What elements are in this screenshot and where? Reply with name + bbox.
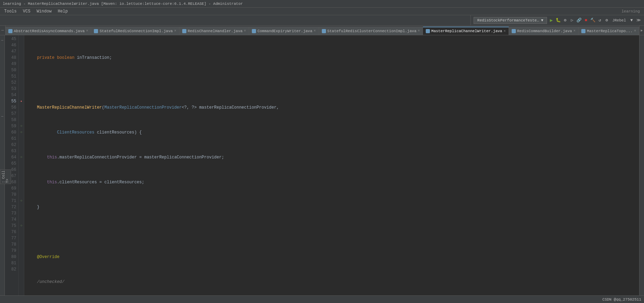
code-line-48: ClientResources clientResources) { bbox=[27, 129, 639, 136]
title-bar: learning - MasterReplicaChannelWriter.ja… bbox=[0, 0, 644, 8]
tab-master-topo[interactable]: MasterReplicaTopo... × bbox=[579, 27, 639, 35]
scroll-tabs-right[interactable]: ▶ bbox=[639, 26, 644, 35]
tab-master-replica[interactable]: MasterReplicaChannelWriter.java × bbox=[423, 27, 509, 35]
strip-btn-2[interactable]: — bbox=[0, 114, 5, 118]
tab-stateful-impl-icon bbox=[94, 29, 98, 33]
tab-stateful-impl[interactable]: StatefulRedisConnectionImpl.java × bbox=[91, 27, 179, 35]
status-bar: CSDN @qq_27502511 bbox=[0, 295, 644, 303]
left-tool-strip: — — bbox=[0, 35, 5, 303]
run-config-label: RedisStockPerformanceTester.test.uaSet bbox=[477, 18, 540, 22]
tab-master-topo-icon bbox=[581, 29, 585, 33]
code-line-47: MasterReplicaChannelWriter(MasterReplica… bbox=[27, 104, 639, 111]
code-line-45: private boolean inTransaction; bbox=[27, 55, 639, 61]
tab-abstract-icon bbox=[8, 29, 12, 33]
tab-master-replica-close[interactable]: × bbox=[504, 29, 506, 33]
right-side-strip bbox=[639, 35, 644, 303]
tab-channel-handler-close[interactable]: × bbox=[244, 29, 246, 33]
tab-command-builder-icon bbox=[512, 29, 516, 33]
tab-channel-handler-label: RedisChannelHandler.java bbox=[188, 29, 242, 33]
code-line-51: } bbox=[27, 204, 639, 210]
tab-command-builder-label: RedisCommandBuilder.java bbox=[517, 29, 572, 33]
tab-command-builder[interactable]: RedisCommandBuilder.java × bbox=[509, 27, 579, 35]
tab-stateful-cluster-icon bbox=[322, 29, 326, 33]
build-button[interactable]: 🔨 bbox=[590, 18, 596, 23]
tab-abstract-label: AbstractRedisAsyncCommands.java bbox=[14, 29, 85, 33]
tab-abstract-close[interactable]: × bbox=[86, 29, 88, 33]
tab-bar: — AbstractRedisAsyncCommands.java × Stat… bbox=[0, 26, 644, 35]
tab-command-expiry[interactable]: CommandExpiryWriter.java × bbox=[249, 27, 319, 35]
tab-master-replica-icon bbox=[426, 29, 430, 33]
tab-master-topo-label: MasterReplicaTopo... bbox=[587, 29, 633, 33]
sync-button[interactable]: ↺ bbox=[597, 18, 602, 23]
menu-help[interactable]: Help bbox=[55, 8, 71, 15]
menu-bar: Tools VCS Window Help learning bbox=[0, 8, 644, 15]
tab-stateful-cluster-close[interactable]: × bbox=[418, 29, 420, 33]
code-line-50: this.clientResources = clientResources; bbox=[27, 179, 639, 185]
strip-btn-1[interactable]: — bbox=[0, 38, 5, 42]
stop-button[interactable]: ■ bbox=[583, 18, 589, 23]
tab-command-expiry-label: CommandExpiryWriter.java bbox=[257, 29, 312, 33]
code-line-54: /unchecked/ bbox=[27, 279, 639, 285]
run-config-dropdown[interactable]: RedisStockPerformanceTester.test.uaSet ▼ bbox=[474, 17, 547, 24]
run-button[interactable]: ▶ bbox=[548, 18, 554, 23]
tab-master-topo-close[interactable]: × bbox=[634, 29, 636, 33]
tab-channel-handler-icon bbox=[182, 29, 186, 33]
code-line-49: this.masterReplicaConnectionProvider = m… bbox=[27, 154, 639, 160]
status-text: CSDN @qq_27502511 bbox=[602, 297, 641, 302]
more-actions[interactable]: ≫ bbox=[636, 18, 641, 23]
tab-stateful-impl-close[interactable]: × bbox=[174, 29, 176, 33]
tab-channel-handler[interactable]: RedisChannelHandler.java × bbox=[179, 27, 249, 35]
jrebel-label: JRebel bbox=[611, 18, 627, 22]
debug-button[interactable]: 🐛 bbox=[555, 18, 561, 23]
jrebel-dropdown[interactable]: ▼ bbox=[629, 18, 634, 23]
menu-window[interactable]: Window bbox=[34, 8, 54, 15]
project-label: learning bbox=[621, 9, 643, 13]
code-line-52 bbox=[27, 229, 639, 235]
code-content[interactable]: private boolean inTransaction; MasterRep… bbox=[24, 35, 639, 303]
profile-button[interactable]: ▷ bbox=[569, 18, 575, 23]
tab-command-builder-close[interactable]: × bbox=[573, 29, 575, 33]
menu-vcs[interactable]: VCS bbox=[20, 8, 33, 15]
coverage-button[interactable]: ⚙ bbox=[562, 18, 568, 23]
tab-master-replica-label: MasterReplicaChannelWriter.java bbox=[431, 29, 502, 33]
tab-stateful-cluster-label: StatefulRedisClusterConnectionImpl.java bbox=[327, 29, 416, 33]
tab-command-expiry-close[interactable]: × bbox=[314, 29, 316, 33]
code-line-53: @Override bbox=[27, 254, 639, 260]
code-line-46 bbox=[27, 80, 639, 86]
settings-button[interactable]: ⚙ bbox=[604, 18, 609, 23]
tab-abstract[interactable]: AbstractRedisAsyncCommands.java × bbox=[6, 27, 91, 35]
line-numbers: 45 46 47 48 49 50 51 52 53 54 55 56 57 5… bbox=[5, 35, 19, 303]
menu-tools[interactable]: Tools bbox=[1, 8, 19, 15]
tab-command-expiry-icon bbox=[252, 29, 256, 33]
attach-button[interactable]: 🔗 bbox=[576, 18, 582, 23]
title-text: learning - MasterReplicaChannelWriter.ja… bbox=[3, 2, 243, 6]
tab-stateful-cluster[interactable]: StatefulRedisClusterConnectionImpl.java … bbox=[319, 27, 423, 35]
tab-stateful-impl-label: StatefulRedisConnectionImpl.java bbox=[99, 29, 173, 33]
left-side-label: : CollT> bbox=[0, 169, 11, 184]
gutter: ● ○ ○ ○ ○ bbox=[19, 35, 24, 303]
collapse-button[interactable]: — bbox=[0, 26, 6, 35]
